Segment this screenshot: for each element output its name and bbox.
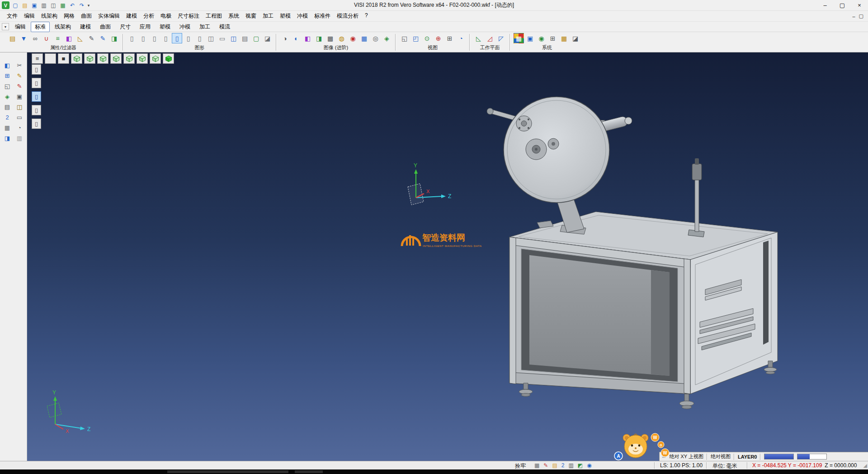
view-mode-label[interactable]: 绝对 XY 上视图 xyxy=(669,453,703,460)
left-tool-icon[interactable]: 2 xyxy=(2,113,12,122)
menu-item[interactable]: 建模 xyxy=(123,11,140,21)
toolbar-icon[interactable]: ▯ xyxy=(183,33,193,43)
toolbar-icon[interactable]: ⊞ xyxy=(547,33,558,43)
menu-item[interactable]: 文件 xyxy=(4,11,21,21)
toolbar-icon[interactable]: ▦ xyxy=(559,33,569,43)
workbench-tab[interactable]: 线架构 xyxy=(51,22,75,32)
mdi-minimize-button[interactable]: – xyxy=(852,13,855,19)
layer-color-field[interactable] xyxy=(764,454,794,460)
toolbar-icon[interactable]: ≡ xyxy=(52,33,63,43)
toolbar-icon[interactable]: ▼ xyxy=(19,33,29,43)
toolbar-icon[interactable]: ◨ xyxy=(314,33,324,43)
toolbar-icon[interactable]: ◫ xyxy=(228,33,239,43)
menu-item[interactable]: 线架构 xyxy=(38,11,61,21)
absolute-view-label[interactable]: 绝对视图 xyxy=(711,453,731,460)
close-button[interactable]: × xyxy=(851,0,868,11)
toolbar-icon[interactable]: ▤ xyxy=(240,33,250,43)
workbench-tab[interactable]: 建模 xyxy=(76,22,95,32)
menu-item[interactable]: 标准件 xyxy=(311,11,334,21)
toolbar-icon[interactable]: ◐ xyxy=(291,33,302,43)
toolbar-icon[interactable]: ◧ xyxy=(302,33,313,43)
display-mode-icon[interactable]: ▯ xyxy=(32,105,41,115)
menu-item[interactable]: 曲面 xyxy=(78,11,95,21)
menu-item[interactable]: 模流分析 xyxy=(334,11,362,21)
toolbar-icon[interactable]: ▯ xyxy=(160,33,171,43)
toolbar-icon[interactable]: ◰ xyxy=(410,33,421,43)
menu-item[interactable]: 分析 xyxy=(140,11,157,21)
toolbar-icon[interactable]: ◑ xyxy=(280,33,290,43)
left-tool-icon[interactable]: ◔ xyxy=(14,123,24,132)
toolbar-icon[interactable]: ◪ xyxy=(570,33,580,43)
toolbar-icon[interactable]: ✎ xyxy=(86,33,97,43)
blank-view-icon[interactable] xyxy=(45,53,56,64)
display-mode-icon[interactable]: ▯ xyxy=(32,118,41,129)
menu-item[interactable]: 工程图 xyxy=(203,11,225,21)
menu-item[interactable]: 实体编辑 xyxy=(95,11,123,21)
toolbar-icon[interactable]: ▩ xyxy=(325,33,335,43)
toolbar-icon[interactable]: ⊙ xyxy=(422,33,432,43)
iso-view-cube-icon[interactable] xyxy=(97,53,108,64)
menu-item[interactable]: 视窗 xyxy=(242,11,259,21)
line-style-field[interactable] xyxy=(797,454,827,460)
toolbar-icon[interactable]: ▯ xyxy=(194,33,205,43)
quick-access-icon[interactable]: ▥ xyxy=(40,1,48,9)
toolbar-icon[interactable]: ◺ xyxy=(473,33,484,43)
workbench-tab[interactable]: 塑模 xyxy=(156,22,175,32)
toolbar-icon[interactable]: ◔ xyxy=(456,33,466,43)
toolbar-icon[interactable]: ▢ xyxy=(251,33,261,43)
resize-grip-icon[interactable]: ◢ xyxy=(863,463,867,469)
quick-access-icon[interactable]: ▦ xyxy=(59,1,67,9)
toolbar-icon[interactable]: ▯ xyxy=(172,33,182,43)
toolbar-icon[interactable]: ∪ xyxy=(41,33,52,43)
toolbar-icon[interactable]: ◨ xyxy=(109,33,119,43)
iso-view-cube-icon[interactable] xyxy=(110,53,122,64)
statusbar-icon[interactable]: 2 xyxy=(561,462,565,469)
left-tool-icon[interactable]: ◧ xyxy=(2,61,12,70)
taskbar-item[interactable] xyxy=(167,470,288,473)
toolbar-icon[interactable]: ◈ xyxy=(382,33,392,43)
machine-model[interactable] xyxy=(487,97,778,409)
statusbar-icon[interactable]: ▦ xyxy=(534,462,539,469)
visi-app-icon[interactable]: V xyxy=(2,1,9,9)
left-tool-icon[interactable]: ▭ xyxy=(14,113,24,122)
left-tool-icon[interactable]: ✎ xyxy=(14,71,24,80)
viewport-canvas[interactable]: Y Z X 智造资料网 INTELLIGENT MANUFACTURING DA… xyxy=(27,52,868,461)
quick-access-icon[interactable]: ↷ xyxy=(78,1,86,9)
menu-item[interactable]: 加工 xyxy=(259,11,277,21)
mdi-restore-button[interactable]: ▢ xyxy=(859,13,863,19)
iso-view-cube-icon[interactable] xyxy=(137,53,148,64)
toolbar-icon[interactable]: ◪ xyxy=(262,33,273,43)
active-layer-label[interactable]: LAYER0 xyxy=(738,454,757,460)
toolbar-icon[interactable]: ◉ xyxy=(348,33,358,43)
left-tool-icon[interactable]: ▣ xyxy=(14,92,24,101)
statusbar-icon[interactable]: ✎ xyxy=(543,462,548,469)
left-tool-icon[interactable]: ▤ xyxy=(2,102,12,111)
quick-access-more-icon[interactable]: ▾ xyxy=(86,3,91,8)
workbench-tab[interactable]: 模流 xyxy=(215,22,234,32)
left-tool-icon[interactable]: ✎ xyxy=(14,81,24,90)
toolbar-icon[interactable]: ◺ xyxy=(75,33,85,43)
menu-item[interactable]: 系统 xyxy=(225,11,242,21)
iso-view-cube-icon[interactable] xyxy=(150,53,161,64)
left-tool-icon[interactable]: ▥ xyxy=(14,133,24,142)
left-tool-icon[interactable]: ⊞ xyxy=(2,71,12,80)
statusbar-icon[interactable]: ▥ xyxy=(568,462,573,469)
viewport[interactable]: ≡ ■ xyxy=(27,52,868,461)
menu-item[interactable]: 塑模 xyxy=(277,11,294,21)
toolbar-icon[interactable]: ∞ xyxy=(30,33,40,43)
menu-item[interactable]: 网格 xyxy=(61,11,78,21)
menu-item[interactable]: 电极 xyxy=(157,11,175,21)
menu-item[interactable]: 冲模 xyxy=(294,11,311,21)
toolbar-icon[interactable]: ▦ xyxy=(514,33,524,43)
left-tool-icon[interactable]: ◱ xyxy=(2,81,12,90)
toolbar-icon[interactable]: ▭ xyxy=(217,33,227,43)
statusbar-icon[interactable]: ◩ xyxy=(578,462,583,469)
toolbar-icon[interactable]: ▤ xyxy=(7,33,18,43)
toolbar-icon[interactable]: ▯ xyxy=(127,33,137,43)
toolbar-icon[interactable]: ▦ xyxy=(359,33,369,43)
toolbar-icon[interactable]: ▯ xyxy=(149,33,160,43)
snap-lock-label[interactable]: 拴牢 xyxy=(515,462,526,470)
iso-view-cube-icon[interactable] xyxy=(84,53,95,64)
quick-access-icon[interactable]: ↶ xyxy=(68,1,76,9)
toolbar-icon[interactable]: ◫ xyxy=(206,33,216,43)
